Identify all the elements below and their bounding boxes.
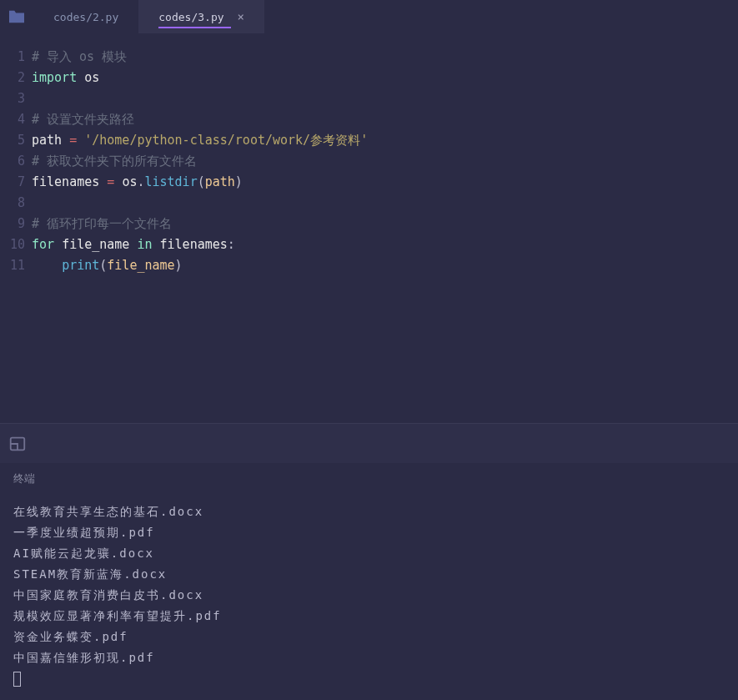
panel-toolbar xyxy=(0,423,738,463)
code-line xyxy=(32,88,738,109)
folder-icon xyxy=(8,9,26,24)
terminal-panel[interactable]: 终端 在线教育共享生态的基石.docx一季度业绩超预期.pdfAI赋能云起龙骧.… xyxy=(0,463,738,700)
code-line: # 导入 os 模块 xyxy=(32,47,738,68)
terminal-title: 终端 xyxy=(13,471,725,486)
terminal-output: 在线教育共享生态的基石.docx一季度业绩超预期.pdfAI赋能云起龙骧.doc… xyxy=(13,501,725,668)
line-number: 1 xyxy=(0,47,32,68)
code-line: # 循环打印每一个文件名 xyxy=(32,214,738,234)
tab-codes-2-py[interactable]: codes/2.py xyxy=(33,0,138,33)
line-number: 11 xyxy=(0,255,32,276)
terminal-line: 在线教育共享生态的基石.docx xyxy=(13,501,725,522)
terminal-line: 中国嘉信雏形初现.pdf xyxy=(13,647,725,668)
line-number: 10 xyxy=(0,234,32,255)
editor[interactable]: 1234567891011 # 导入 os 模块import os # 设置文件… xyxy=(0,33,738,423)
terminal-line: 规模效应显著净利率有望提升.pdf xyxy=(13,606,725,627)
line-number: 8 xyxy=(0,193,32,214)
terminal-line: STEAM教育新蓝海.docx xyxy=(13,564,725,585)
code-line: path = '/home/python-class/root/work/参考资… xyxy=(32,130,738,151)
tabs-container: codes/2.pycodes/3.py× xyxy=(33,0,264,33)
code-line: import os xyxy=(32,68,738,88)
line-number: 5 xyxy=(0,130,32,151)
line-number: 2 xyxy=(0,68,32,88)
code-line: for file_name in filenames: xyxy=(32,234,738,255)
terminal-line: 资金业务蝶变.pdf xyxy=(13,627,725,647)
explorer-toggle[interactable] xyxy=(0,0,33,33)
panel-toggle-icon[interactable] xyxy=(8,435,27,453)
code-line: # 设置文件夹路径 xyxy=(32,109,738,130)
tab-label: codes/3.py xyxy=(158,11,223,23)
code-area[interactable]: # 导入 os 模块import os # 设置文件夹路径path = '/ho… xyxy=(32,33,738,423)
line-number: 3 xyxy=(0,88,32,109)
terminal-line: 一季度业绩超预期.pdf xyxy=(13,522,725,543)
tab-bar: codes/2.pycodes/3.py× xyxy=(0,0,738,33)
tab-codes-3-py[interactable]: codes/3.py× xyxy=(138,0,264,33)
line-gutter: 1234567891011 xyxy=(0,33,32,423)
terminal-line: 中国家庭教育消费白皮书.docx xyxy=(13,585,725,606)
tab-label: codes/2.py xyxy=(53,11,118,23)
line-number: 9 xyxy=(0,214,32,234)
terminal-cursor xyxy=(13,672,21,687)
code-line: # 获取文件夹下的所有文件名 xyxy=(32,151,738,172)
code-line xyxy=(32,193,738,214)
code-line: print(file_name) xyxy=(32,255,738,276)
code-line: filenames = os.listdir(path) xyxy=(32,172,738,193)
terminal-line: AI赋能云起龙骧.docx xyxy=(13,543,725,564)
line-number: 4 xyxy=(0,109,32,130)
line-number: 7 xyxy=(0,172,32,193)
close-icon[interactable]: × xyxy=(238,10,244,23)
line-number: 6 xyxy=(0,151,32,172)
